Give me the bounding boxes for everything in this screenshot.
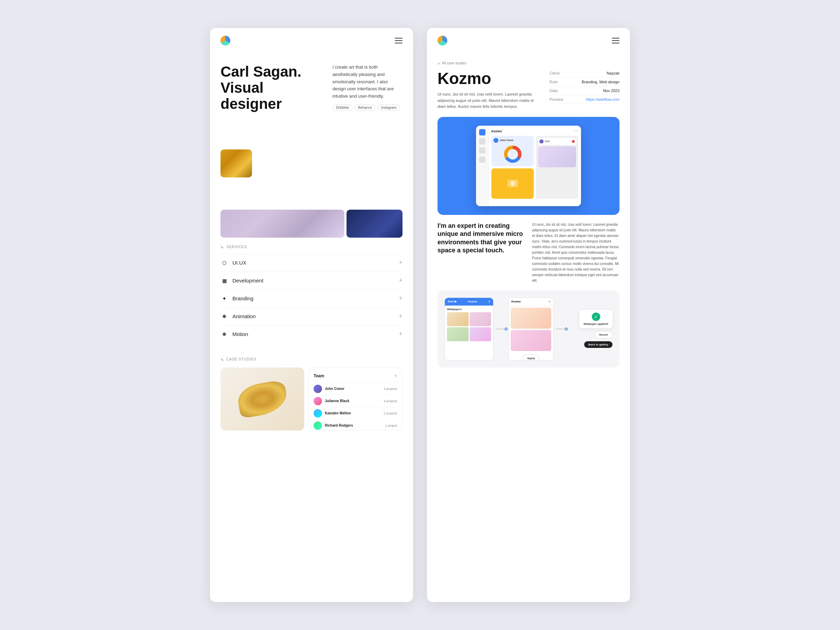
right-nav [427,28,630,53]
donut-chart [504,145,521,163]
wallpaper-2[interactable] [470,312,491,326]
tag-dribbble[interactable]: Dribbble [333,104,352,111]
role-value: Branding, Web design [582,80,619,84]
wallpapers-label: Wallpapers [447,308,491,311]
avatar-4 [314,422,322,430]
case-description: Ut nunc, dui sit sit nisl, cras velit lo… [437,92,543,110]
service-development[interactable]: ▦ Development + [221,272,403,289]
branding-icon: ✦ [221,295,228,302]
wallpaper-1[interactable] [447,312,469,326]
services-label: SERVICES [221,245,403,249]
service-animation[interactable]: ❋ Animation + [221,307,403,325]
date-label: Date: [549,88,559,93]
gold-splash [235,379,289,418]
avatar-3 [314,409,322,418]
marble-image [221,210,344,238]
team-row-2: Julianne Black 4 projects [314,395,397,407]
development-label: Development [232,278,263,284]
case-studies-label: CASE STUDIES [221,357,403,362]
case-card-gold[interactable] [221,368,304,431]
development-icon: ▦ [221,277,228,284]
right-panel: All case studies Kozmo Ut nunc, dui sit … [427,28,630,602]
case-card-team[interactable]: Team + John Conor 4 projects Julianne B [308,368,403,431]
app-main-area: Kozmo* John Conor [489,126,581,206]
back-to-gallery-button[interactable]: Back to gallery [584,341,613,348]
expert-left: I'm an expert in creating unique and imm… [437,222,525,284]
tag-behance[interactable]: Behance [355,104,375,111]
case-cards-row: Team + John Conor 4 projects Julianne B [221,368,403,431]
preview-label: Preview [549,97,563,101]
right-logo [437,36,447,46]
team-title: Team [314,373,324,378]
blue-showcase: Kozmo* John Conor [437,117,619,215]
member-count-2: 4 projects [384,399,397,403]
hero-tags: Dribbble Behance Instagram [333,104,403,111]
app-profile-card: John Conor [491,136,534,166]
member-name-3: Kamden Melton [325,411,384,415]
app-card-grid: John Conor John [491,136,578,199]
left-nav [210,28,413,53]
left-logo [221,36,230,46]
camera-icon [507,180,518,187]
image-grid [210,126,413,245]
flow-screen-2-body [508,306,553,353]
flow-menu-1: ≡ [488,300,490,303]
right-menu-icon[interactable] [612,38,619,43]
back-link[interactable]: All case studies [427,53,630,69]
success-card: ✓ Wallpaper applied! [579,310,613,328]
profile-avatar [494,138,498,143]
app-mockup: Kozmo* John Conor [476,126,581,206]
sidebar-dot-2 [479,138,485,145]
flow-screen-1-header: Start ▶ Kozmo ≡ [445,298,493,306]
team-info-2: Julianne Black [325,399,384,403]
wallpaper-preview-1 [511,308,551,328]
gold-image [221,150,252,177]
service-branding[interactable]: ✦ Branding + [221,289,403,307]
hero-description: I create art that is both aesthetically … [333,64,403,100]
tag-instagram[interactable]: Instagram [377,104,400,111]
uiux-expand[interactable]: + [399,259,403,266]
case-meta: Client: Nayzak Role: Branding, Web desig… [549,69,619,110]
wallpaper-4[interactable] [470,327,491,341]
date-value: Nov 2023 [603,88,619,93]
animation-expand[interactable]: + [399,313,403,320]
flow-arrow-2 [554,328,568,329]
meta-preview: Preview https://webflow.com [549,95,619,104]
arrow-dot-1 [505,328,507,330]
service-motion[interactable]: ❋ Motion + [221,325,403,343]
member-name-2: Julianne Black [325,399,384,403]
case-hero: Kozmo Ut nunc, dui sit sit nisl, cras ve… [427,69,630,117]
member-count-3: 2 projects [384,412,397,415]
development-expand[interactable]: + [399,277,403,284]
revert-button[interactable]: Revert [595,331,613,338]
team-add-icon[interactable]: + [394,373,397,379]
apply-btn-container: Apply [508,353,553,360]
app-brand-name: Kozmo* [491,128,503,133]
role-label: Role: [549,80,559,84]
app-camera-card [491,168,534,199]
member-name-4: Richard Rodgers [325,423,385,427]
arrow-dot-2 [565,328,568,330]
flow-result: ✓ Wallpaper applied! Revert Back to gall… [568,310,613,348]
user-name-1: John [545,140,550,142]
motion-icon: ❋ [221,330,228,338]
left-menu-icon[interactable] [395,38,403,43]
arrow-line-2 [556,328,566,329]
profile-name: John Conor [500,139,513,141]
preview-link[interactable]: https://webflow.com [586,97,619,101]
member-count-4: 1 project [385,424,397,427]
wallpaper-3[interactable] [447,327,469,341]
notification-badge [572,140,575,143]
wallpaper-grid [447,312,491,341]
client-label: Client: [549,71,561,75]
branding-expand[interactable]: + [399,295,403,302]
service-uiux[interactable]: ⬡ UI.UX + [221,254,403,272]
flow-showcase: Start ▶ Kozmo ≡ Wallpapers [437,291,619,368]
team-row-3: Kamden Melton 2 projects [314,407,397,419]
motion-expand[interactable]: + [399,330,403,338]
success-icon: ✓ [592,313,600,321]
sidebar-dot-1 [479,129,485,136]
apply-button[interactable]: Apply [523,355,539,360]
meta-role: Role: Branding, Web design [549,78,619,87]
avatar-1 [314,385,322,393]
